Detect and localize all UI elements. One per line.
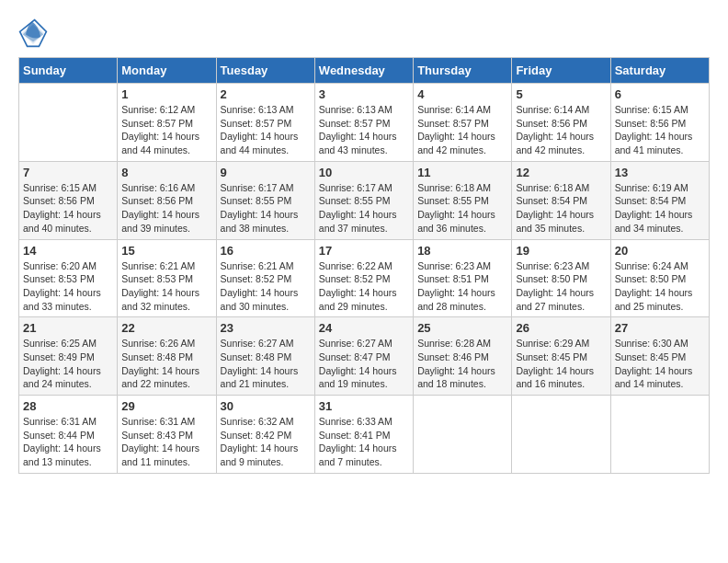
page-header	[18, 18, 710, 48]
day-number: 22	[121, 321, 211, 335]
calendar-day-cell: 12Sunrise: 6:18 AMSunset: 8:54 PMDayligh…	[512, 161, 610, 239]
calendar-week-row: 7Sunrise: 6:15 AMSunset: 8:56 PMDaylight…	[19, 161, 710, 239]
day-info: Sunrise: 6:13 AMSunset: 8:57 PMDaylight:…	[221, 103, 311, 157]
calendar-day-cell	[512, 396, 610, 474]
day-number: 29	[121, 399, 211, 413]
day-number: 7	[23, 166, 113, 179]
calendar-day-cell: 28Sunrise: 6:31 AMSunset: 8:44 PMDayligh…	[19, 396, 118, 474]
day-number: 25	[417, 321, 507, 335]
calendar-day-cell	[414, 396, 512, 474]
day-info: Sunrise: 6:13 AMSunset: 8:57 PMDaylight:…	[319, 103, 409, 157]
calendar-day-cell: 10Sunrise: 6:17 AMSunset: 8:55 PMDayligh…	[314, 161, 413, 239]
day-info: Sunrise: 6:22 AMSunset: 8:52 PMDaylight:…	[319, 259, 409, 314]
day-number: 17	[319, 244, 409, 258]
calendar-day-cell: 17Sunrise: 6:22 AMSunset: 8:52 PMDayligh…	[314, 239, 413, 317]
calendar-day-cell: 9Sunrise: 6:17 AMSunset: 8:55 PMDaylight…	[216, 161, 314, 239]
day-number: 23	[221, 321, 311, 335]
day-number: 18	[417, 244, 507, 258]
day-number: 30	[221, 399, 311, 413]
day-number: 28	[23, 399, 113, 413]
calendar-day-cell: 15Sunrise: 6:21 AMSunset: 8:53 PMDayligh…	[118, 239, 216, 317]
calendar-week-row: 1Sunrise: 6:12 AMSunset: 8:57 PMDaylight…	[19, 84, 710, 162]
calendar-day-cell: 6Sunrise: 6:15 AMSunset: 8:56 PMDaylight…	[610, 84, 709, 162]
logo	[18, 18, 51, 48]
day-info: Sunrise: 6:20 AMSunset: 8:53 PMDaylight:…	[23, 259, 113, 314]
calendar-day-cell: 24Sunrise: 6:27 AMSunset: 8:47 PMDayligh…	[314, 317, 413, 396]
calendar-day-cell: 1Sunrise: 6:12 AMSunset: 8:57 PMDaylight…	[118, 84, 216, 162]
calendar-day-header: Tuesday	[216, 58, 314, 84]
day-info: Sunrise: 6:27 AMSunset: 8:48 PMDaylight:…	[221, 337, 311, 391]
calendar-day-cell: 26Sunrise: 6:29 AMSunset: 8:45 PMDayligh…	[512, 317, 610, 396]
calendar-day-cell: 20Sunrise: 6:24 AMSunset: 8:50 PMDayligh…	[610, 239, 709, 317]
logo-icon	[18, 18, 48, 48]
day-number: 26	[516, 321, 606, 335]
day-number: 10	[319, 166, 409, 179]
calendar-week-row: 28Sunrise: 6:31 AMSunset: 8:44 PMDayligh…	[19, 396, 710, 474]
calendar-day-cell: 29Sunrise: 6:31 AMSunset: 8:43 PMDayligh…	[118, 396, 216, 474]
calendar-week-row: 21Sunrise: 6:25 AMSunset: 8:49 PMDayligh…	[19, 317, 710, 396]
day-info: Sunrise: 6:23 AMSunset: 8:51 PMDaylight:…	[417, 259, 507, 314]
day-number: 3	[319, 87, 409, 101]
calendar-day-cell: 25Sunrise: 6:28 AMSunset: 8:46 PMDayligh…	[414, 317, 512, 396]
day-number: 12	[516, 166, 606, 179]
day-info: Sunrise: 6:25 AMSunset: 8:49 PMDaylight:…	[23, 337, 113, 391]
calendar-day-header: Sunday	[19, 58, 118, 84]
day-number: 11	[417, 166, 507, 179]
day-info: Sunrise: 6:18 AMSunset: 8:54 PMDaylight:…	[516, 181, 606, 236]
day-number: 6	[615, 87, 705, 101]
calendar-day-cell: 11Sunrise: 6:18 AMSunset: 8:55 PMDayligh…	[414, 161, 512, 239]
calendar-day-header: Thursday	[414, 58, 512, 84]
day-info: Sunrise: 6:26 AMSunset: 8:48 PMDaylight:…	[121, 337, 211, 391]
day-info: Sunrise: 6:21 AMSunset: 8:53 PMDaylight:…	[121, 259, 211, 314]
calendar-table: SundayMondayTuesdayWednesdayThursdayFrid…	[18, 57, 710, 474]
calendar-week-row: 14Sunrise: 6:20 AMSunset: 8:53 PMDayligh…	[19, 239, 710, 317]
day-info: Sunrise: 6:30 AMSunset: 8:45 PMDaylight:…	[615, 337, 705, 391]
day-info: Sunrise: 6:12 AMSunset: 8:57 PMDaylight:…	[121, 103, 211, 157]
day-number: 14	[23, 244, 113, 258]
day-info: Sunrise: 6:23 AMSunset: 8:50 PMDaylight:…	[516, 259, 606, 314]
calendar-day-cell	[19, 84, 118, 162]
calendar-day-cell: 2Sunrise: 6:13 AMSunset: 8:57 PMDaylight…	[216, 84, 314, 162]
calendar-day-cell	[610, 396, 709, 474]
calendar-day-header: Monday	[118, 58, 216, 84]
calendar-day-cell: 21Sunrise: 6:25 AMSunset: 8:49 PMDayligh…	[19, 317, 118, 396]
calendar-day-header: Wednesday	[314, 58, 413, 84]
calendar-day-header: Friday	[512, 58, 610, 84]
day-number: 20	[615, 244, 705, 258]
day-info: Sunrise: 6:31 AMSunset: 8:43 PMDaylight:…	[121, 415, 211, 469]
day-number: 1	[121, 87, 211, 101]
day-number: 21	[23, 321, 113, 335]
calendar-day-cell: 16Sunrise: 6:21 AMSunset: 8:52 PMDayligh…	[216, 239, 314, 317]
day-number: 16	[221, 244, 311, 258]
calendar-day-cell: 27Sunrise: 6:30 AMSunset: 8:45 PMDayligh…	[610, 317, 709, 396]
calendar-day-cell: 8Sunrise: 6:16 AMSunset: 8:56 PMDaylight…	[118, 161, 216, 239]
calendar-day-cell: 5Sunrise: 6:14 AMSunset: 8:56 PMDaylight…	[512, 84, 610, 162]
day-info: Sunrise: 6:14 AMSunset: 8:56 PMDaylight:…	[516, 103, 606, 157]
calendar-day-cell: 14Sunrise: 6:20 AMSunset: 8:53 PMDayligh…	[19, 239, 118, 317]
calendar-day-cell: 31Sunrise: 6:33 AMSunset: 8:41 PMDayligh…	[314, 396, 413, 474]
calendar-day-header: Saturday	[610, 58, 709, 84]
day-info: Sunrise: 6:18 AMSunset: 8:55 PMDaylight:…	[417, 181, 507, 236]
day-info: Sunrise: 6:21 AMSunset: 8:52 PMDaylight:…	[221, 259, 311, 314]
day-info: Sunrise: 6:17 AMSunset: 8:55 PMDaylight:…	[319, 181, 409, 236]
day-info: Sunrise: 6:17 AMSunset: 8:55 PMDaylight:…	[221, 181, 311, 236]
calendar-header-row: SundayMondayTuesdayWednesdayThursdayFrid…	[19, 58, 710, 84]
day-info: Sunrise: 6:16 AMSunset: 8:56 PMDaylight:…	[121, 181, 211, 236]
day-info: Sunrise: 6:33 AMSunset: 8:41 PMDaylight:…	[319, 415, 409, 469]
calendar-day-cell: 22Sunrise: 6:26 AMSunset: 8:48 PMDayligh…	[118, 317, 216, 396]
day-info: Sunrise: 6:31 AMSunset: 8:44 PMDaylight:…	[23, 415, 113, 469]
day-number: 8	[121, 166, 211, 179]
day-number: 31	[319, 399, 409, 413]
day-info: Sunrise: 6:15 AMSunset: 8:56 PMDaylight:…	[23, 181, 113, 236]
calendar-day-cell: 7Sunrise: 6:15 AMSunset: 8:56 PMDaylight…	[19, 161, 118, 239]
day-info: Sunrise: 6:24 AMSunset: 8:50 PMDaylight:…	[615, 259, 705, 314]
calendar-day-cell: 3Sunrise: 6:13 AMSunset: 8:57 PMDaylight…	[314, 84, 413, 162]
day-number: 27	[615, 321, 705, 335]
calendar-day-cell: 18Sunrise: 6:23 AMSunset: 8:51 PMDayligh…	[414, 239, 512, 317]
calendar-day-cell: 4Sunrise: 6:14 AMSunset: 8:57 PMDaylight…	[414, 84, 512, 162]
calendar-day-cell: 19Sunrise: 6:23 AMSunset: 8:50 PMDayligh…	[512, 239, 610, 317]
day-info: Sunrise: 6:28 AMSunset: 8:46 PMDaylight:…	[417, 337, 507, 391]
calendar-day-cell: 23Sunrise: 6:27 AMSunset: 8:48 PMDayligh…	[216, 317, 314, 396]
day-number: 19	[516, 244, 606, 258]
day-number: 9	[221, 166, 311, 179]
